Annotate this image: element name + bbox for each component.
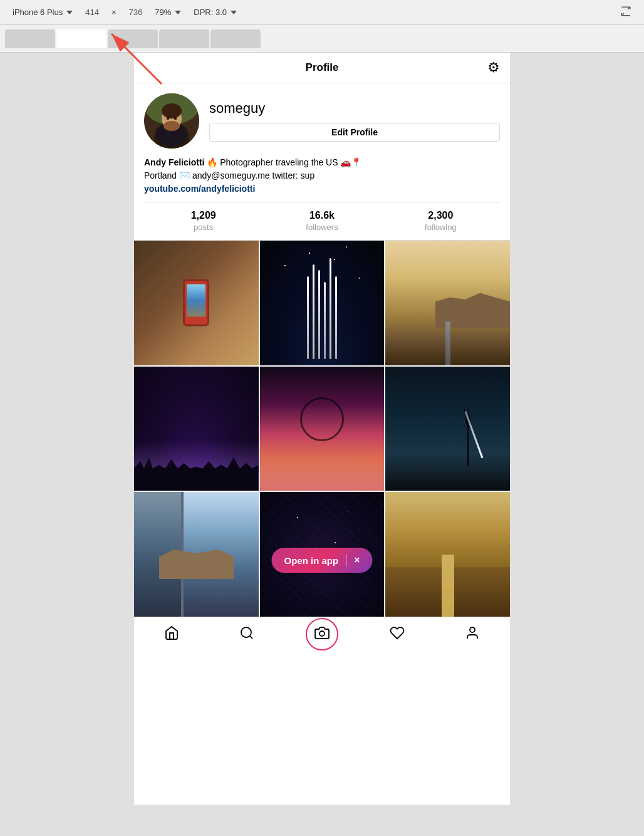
dpr-control[interactable]: DPR: 3.0 <box>194 8 237 17</box>
bio-line2: Portland ✉️ andy@someguy.me twitter: sup <box>144 169 500 182</box>
photo-image-1 <box>134 241 259 365</box>
rotate-icon[interactable] <box>620 6 631 19</box>
browser-tab-1[interactable] <box>5 29 55 48</box>
profile-header-title: Profile <box>306 61 339 74</box>
zoom-control[interactable]: 79% <box>155 8 181 17</box>
photo-image-5 <box>260 367 385 491</box>
avatar-image <box>144 93 199 149</box>
browser-chrome <box>0 25 644 53</box>
nav-activity[interactable] <box>383 620 411 648</box>
followers-label: followers <box>306 222 338 232</box>
gear-icon[interactable]: ⚙ <box>487 60 500 76</box>
following-label: following <box>425 222 457 232</box>
photo-cell-6[interactable] <box>385 367 510 491</box>
edit-profile-button[interactable]: Edit Profile <box>209 123 500 142</box>
photo-grid: Open in app × <box>134 241 510 617</box>
photo-image-3 <box>385 241 510 365</box>
bio-link-container: youtube.com/andyfeliciotti <box>144 182 500 196</box>
stat-followers[interactable]: 16.6k followers <box>262 210 381 233</box>
viewport-height: 736 <box>129 8 143 17</box>
dev-toolbar: iPhone 6 Plus 414 × 736 79% DPR: 3.0 <box>0 0 644 25</box>
bottom-nav <box>134 617 510 651</box>
device-dropdown-icon[interactable] <box>66 11 73 14</box>
browser-tab-active[interactable] <box>56 29 106 48</box>
nav-profile[interactable] <box>459 620 486 648</box>
profile-bio: Andy Feliciotti 🔥 Photographer traveling… <box>144 156 500 196</box>
svg-point-10 <box>174 117 177 120</box>
svg-point-9 <box>167 117 170 120</box>
nav-search[interactable] <box>233 620 261 648</box>
profile-header: Profile ⚙ <box>134 53 510 83</box>
dims-x-separator: × <box>112 8 117 17</box>
photo-cell-1[interactable] <box>134 241 259 365</box>
person-icon <box>465 625 480 643</box>
photo-cell-2[interactable] <box>260 241 385 365</box>
svg-point-8 <box>162 103 182 118</box>
viewport-width: 414 <box>85 8 99 17</box>
outer-wrapper: iPhone 6 Plus 414 × 736 79% DPR: 3.0 <box>0 0 644 836</box>
photo-image-7 <box>134 492 259 617</box>
photo-cell-9[interactable] <box>385 492 510 617</box>
profile-username-section: someguy Edit Profile <box>209 100 500 142</box>
profile-top-row: someguy Edit Profile <box>144 93 500 149</box>
open-in-app-label: Open in app <box>284 555 338 566</box>
dpr-dropdown-icon[interactable] <box>231 11 237 14</box>
open-in-app-banner[interactable]: Open in app × <box>271 548 372 573</box>
browser-tab-5[interactable] <box>210 29 261 48</box>
photo-image-9 <box>385 492 510 617</box>
tab-strip <box>5 29 639 48</box>
heart-icon <box>390 625 405 643</box>
svg-point-11 <box>241 627 251 637</box>
profile-info: someguy Edit Profile Andy Feliciotti 🔥 P… <box>134 83 510 241</box>
svg-line-12 <box>250 636 252 639</box>
photo-cell-5[interactable] <box>260 367 385 491</box>
photo-image-4 <box>134 367 259 491</box>
browser-tab-4[interactable] <box>159 29 209 48</box>
avatar <box>144 93 199 149</box>
svg-point-7 <box>164 121 180 131</box>
home-icon <box>164 625 179 643</box>
stat-posts: 1,209 posts <box>144 210 262 233</box>
svg-point-14 <box>470 627 475 632</box>
photo-image-6 <box>385 367 510 491</box>
phone-container: Profile ⚙ <box>134 53 510 805</box>
posts-count: 1,209 <box>144 210 262 221</box>
device-name[interactable]: iPhone 6 Plus <box>13 8 73 17</box>
nav-camera[interactable] <box>308 620 336 648</box>
bio-link[interactable]: youtube.com/andyfeliciotti <box>144 184 255 194</box>
nav-home[interactable] <box>158 620 185 648</box>
search-icon <box>239 625 254 643</box>
photo-cell-4[interactable] <box>134 367 259 491</box>
camera-circle-highlight <box>306 618 338 651</box>
open-in-app-close[interactable]: × <box>354 555 360 566</box>
photo-cell-7[interactable] <box>134 492 259 617</box>
posts-label: posts <box>194 222 213 232</box>
browser-tab-3[interactable] <box>108 29 158 48</box>
followers-count: 16.6k <box>262 210 381 221</box>
stat-following[interactable]: 2,300 following <box>382 210 500 233</box>
stats-row: 1,209 posts 16.6k followers 2,300 follow… <box>144 202 500 235</box>
photo-cell-3[interactable] <box>385 241 510 365</box>
photo-image-2 <box>260 241 385 365</box>
zoom-dropdown-icon[interactable] <box>175 11 181 14</box>
open-in-app-divider <box>346 554 346 567</box>
profile-username: someguy <box>209 100 500 117</box>
bio-line1: Andy Feliciotti 🔥 Photographer traveling… <box>144 156 500 169</box>
following-count: 2,300 <box>382 210 500 221</box>
